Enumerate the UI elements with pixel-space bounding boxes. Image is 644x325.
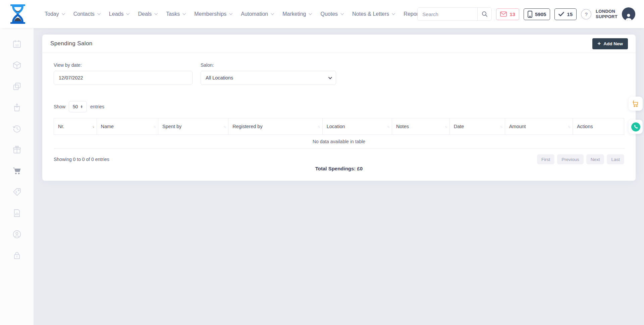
floating-phone-button[interactable] [629,120,643,134]
lock-icon[interactable] [12,251,21,260]
bag-arrow-down-icon[interactable] [12,103,21,112]
sort-icon: ↑↓ [500,125,502,128]
chevron-down-icon [309,11,312,15]
nav-deals[interactable]: Deals [138,11,157,17]
sort-icon: ↑↓ [318,125,320,128]
pagination-previous[interactable]: Previous [557,154,584,164]
sort-icon: ↑↓ [92,125,94,128]
pagination-first[interactable]: First [537,154,554,164]
salon-select-value: All Locations [206,75,233,80]
search-icon [482,11,488,17]
col-registered-by[interactable]: Registered by↑↓ [228,118,323,135]
nav-marketing[interactable]: Marketing [282,11,311,17]
avatar[interactable] [622,7,635,21]
app-logo-hourglass-icon[interactable] [9,4,26,24]
chevron-down-icon [183,11,186,15]
sort-icon: ↑↓ [445,125,447,128]
chevron-down-icon [271,11,274,15]
show-label: Show [54,104,65,109]
entries-select[interactable]: 50 ▲▼ [69,101,87,112]
user-name: LONDON SUPPORT [596,9,618,19]
sidebar: 12 $ [0,28,34,325]
date-filter: View by date: [54,62,193,85]
envelope-icon [500,11,507,17]
floating-cart-button[interactable] [629,97,643,111]
col-actions: Actions [573,118,624,135]
clone-icon[interactable] [12,82,21,91]
search-button[interactable] [477,8,491,20]
support-user-icon[interactable] [12,230,21,239]
user-icon [624,12,633,21]
cart-icon [632,100,640,108]
nav-leads[interactable]: Leads [109,11,129,17]
main-nav: Today Contacts Leads Deals Tasks Members… [45,0,448,28]
svg-text:$: $ [15,191,17,194]
panel-body: View by date: Salon: All Locations Show … [42,53,636,181]
nav-quotes[interactable]: Quotes [320,11,343,17]
package-icon[interactable] [12,61,21,70]
search-group [417,7,492,21]
calendar-icon[interactable]: 12 [12,40,21,49]
nav-tasks[interactable]: Tasks [166,11,185,17]
show-entries-row: Show 50 ▲▼ entries [54,101,624,112]
sort-icon: ↑↓ [387,125,389,128]
sort-icon: ↑↓ [153,125,155,128]
date-filter-label: View by date: [54,62,193,68]
table-header-row: Nr.↑↓ Name↑↓ Spent by↑↓ Registered by↑↓ … [54,118,624,135]
mail-badge[interactable]: 13 [496,8,519,20]
top-header: Today Contacts Leads Deals Tasks Members… [0,0,644,28]
entries-select-value: 50 [73,104,78,109]
chevron-down-icon [328,75,332,79]
chevron-down-icon [126,11,130,15]
col-name[interactable]: Name↑↓ [97,118,158,135]
check-badge[interactable]: 15 [554,8,577,20]
filters-row: View by date: Salon: All Locations [54,62,624,85]
spending-salon-panel: Spending Salon + Add New View by date: S… [42,35,636,181]
header-right-cluster: 13 5905 15 ? LONDON SUPPORT [417,0,635,28]
chevron-down-icon [340,11,344,15]
nav-automation[interactable]: Automation [241,11,273,17]
checkmark-icon [558,12,564,16]
col-date[interactable]: Date↑↓ [449,118,505,135]
page-title: Spending Salon [50,40,93,47]
entries-label: entries [90,104,104,109]
empty-row: No data available in table [54,135,624,149]
price-tag-icon[interactable]: $ [12,187,21,197]
col-notes[interactable]: Notes↑↓ [392,118,450,135]
spending-table: Nr.↑↓ Name↑↓ Spent by↑↓ Registered by↑↓ … [54,118,624,149]
report-icon[interactable] [12,209,21,218]
history-icon[interactable] [12,124,21,133]
showing-entries-text: Showing 0 to 0 of 0 entries [54,157,109,162]
date-input[interactable] [54,71,193,85]
phone-icon [633,124,638,129]
stepper-icon: ▲▼ [80,105,83,108]
salon-filter: Salon: All Locations [201,62,336,85]
pagination-last[interactable]: Last [607,154,624,164]
nav-today[interactable]: Today [45,11,64,17]
col-nr[interactable]: Nr.↑↓ [54,118,97,135]
chevron-down-icon [155,11,158,15]
phone-count: 5905 [535,11,546,17]
salon-select[interactable]: All Locations [201,71,336,85]
nav-memberships[interactable]: Memberships [194,11,232,17]
cart-icon[interactable] [12,166,21,175]
col-location[interactable]: Location↑↓ [322,118,392,135]
nav-notes-letters[interactable]: Notes & Letters [352,11,394,17]
phone-badge[interactable]: 5905 [524,8,550,20]
total-spendings: Total Spendings: £0 [54,166,624,175]
nav-contacts[interactable]: Contacts [73,11,100,17]
help-icon[interactable]: ? [581,9,591,19]
plus-icon: + [597,41,601,46]
col-spent-by[interactable]: Spent by↑↓ [158,118,228,135]
pagination: First Previous Next Last [537,154,624,164]
gift-icon[interactable] [12,145,21,154]
col-amount[interactable]: Amount↑↓ [505,118,573,135]
mobile-icon [528,11,532,18]
chevron-down-icon [97,11,101,15]
phone-circle [631,122,640,131]
empty-message: No data available in table [54,135,624,149]
search-input[interactable] [418,8,477,20]
mail-count: 13 [509,11,515,17]
pagination-next[interactable]: Next [586,154,604,164]
add-new-button[interactable]: + Add New [592,38,628,49]
